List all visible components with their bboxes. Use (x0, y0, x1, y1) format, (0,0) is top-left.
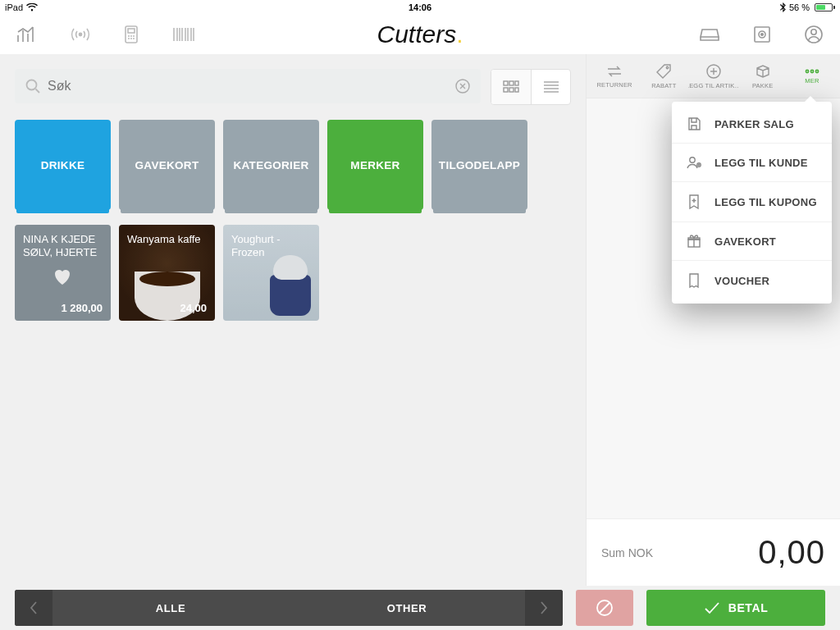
product-tile[interactable]: Youghurt - Frozen (223, 225, 319, 321)
gift-icon (685, 234, 703, 249)
category-gavekort[interactable]: GAVEKORT (119, 120, 215, 210)
user-icon[interactable] (804, 25, 824, 44)
seg-prev[interactable] (15, 590, 52, 626)
wifi-icon (26, 3, 38, 11)
return-button[interactable]: RETURNER (590, 64, 639, 89)
clear-icon[interactable] (454, 78, 471, 94)
ticket-icon (685, 272, 703, 289)
product-name: NINA K KJEDE SØLV, HJERTE (23, 233, 103, 260)
bluetooth-icon (780, 2, 786, 12)
product-name: Wanyama kaffe (127, 233, 207, 246)
seg-alle[interactable]: ALLE (52, 590, 289, 626)
product-price: 24,00 (180, 302, 207, 314)
cashdrawer-icon[interactable] (699, 26, 720, 43)
category-row: DRIKKE GAVEKORT KATEGORIER MERKER TILGOD… (15, 120, 571, 210)
sum-label: Sum NOK (601, 546, 653, 559)
sum-row: Sum NOK 0,00 (587, 518, 840, 586)
stats-icon[interactable] (16, 25, 38, 43)
menu-add-customer[interactable]: LEGG TIL KUNDE (672, 143, 832, 181)
bookmark-plus-icon (685, 194, 703, 210)
menu-giftcard[interactable]: GAVEKORT (672, 221, 832, 260)
sum-value: 0,00 (758, 534, 825, 571)
clock: 14:06 (409, 2, 431, 12)
menu-voucher[interactable]: VOUCHER (672, 260, 832, 300)
brand-logo: Cutters. (377, 21, 463, 48)
pay-button[interactable]: BETAL (646, 590, 825, 626)
cart-pane: RETURNER RABATT LEGG TIL ARTIK… PAKKE ME… (586, 54, 840, 586)
filter-segment: ALLE OTHER (15, 590, 563, 626)
app-toolbar: Cutters. (0, 15, 840, 54)
cancel-icon (595, 598, 614, 618)
svg-rect-2 (128, 29, 135, 33)
search-input[interactable] (48, 79, 454, 94)
category-drikke[interactable]: DRIKKE (15, 120, 111, 210)
grid-view-button[interactable] (491, 70, 531, 104)
svg-point-20 (815, 70, 818, 72)
svg-rect-11 (509, 81, 514, 85)
svg-point-19 (810, 70, 813, 72)
barcode-icon[interactable] (172, 26, 195, 43)
product-price: 1 280,00 (61, 302, 103, 314)
more-button[interactable]: MER (788, 68, 837, 84)
terminal-icon[interactable] (123, 24, 139, 45)
category-kategorier[interactable]: KATEGORIER (223, 120, 319, 210)
status-bar: iPad 14:06 56 % (0, 0, 840, 15)
svg-point-8 (27, 80, 37, 90)
product-name: Youghurt - Frozen (231, 233, 311, 260)
product-tile[interactable]: NINA K KJEDE SØLV, HJERTE 1 280,00 (15, 225, 111, 321)
package-button[interactable]: PAKKE (738, 63, 788, 89)
menu-add-coupon[interactable]: LEGG TIL KUPONG (672, 181, 832, 221)
battery-pct: 56 % (789, 2, 810, 12)
svg-rect-13 (504, 88, 508, 92)
safe-icon[interactable] (753, 25, 771, 43)
search-icon (25, 78, 41, 94)
svg-point-5 (761, 34, 764, 36)
svg-point-16 (667, 66, 669, 68)
seg-next[interactable] (525, 590, 563, 626)
bottom-bar: ALLE OTHER BETAL (0, 586, 840, 630)
battery-icon (813, 3, 835, 11)
more-menu: PARKER SALG LEGG TIL KUNDE LEGG TIL KUPO… (672, 102, 832, 304)
discount-button[interactable]: RABATT (639, 63, 688, 89)
seg-other[interactable]: OTHER (289, 590, 525, 626)
svg-point-21 (690, 158, 695, 162)
product-row: NINA K KJEDE SØLV, HJERTE 1 280,00 Wanya… (15, 225, 571, 321)
cart-toolbar: RETURNER RABATT LEGG TIL ARTIK… PAKKE ME… (587, 54, 840, 98)
list-view-button[interactable] (531, 70, 570, 104)
category-merker[interactable]: MERKER (327, 120, 423, 210)
add-article-button[interactable]: LEGG TIL ARTIK… (688, 63, 737, 89)
check-icon (704, 601, 720, 614)
save-icon (685, 116, 703, 131)
svg-rect-15 (515, 88, 518, 92)
add-user-icon (685, 155, 703, 170)
svg-rect-10 (504, 81, 508, 85)
svg-point-18 (806, 70, 808, 72)
search-box[interactable] (15, 69, 481, 103)
view-toggle (491, 69, 571, 105)
device-label: iPad (5, 2, 23, 12)
svg-point-0 (79, 33, 81, 35)
category-tilgodelapp[interactable]: TILGODELAPP (431, 120, 527, 210)
products-pane: DRIKKE GAVEKORT KATEGORIER MERKER TILGOD… (0, 54, 586, 586)
menu-park-sale[interactable]: PARKER SALG (672, 105, 832, 143)
heart-icon (52, 267, 72, 285)
svg-point-7 (811, 30, 816, 34)
cancel-button[interactable] (576, 590, 633, 626)
svg-rect-12 (515, 81, 518, 85)
svg-rect-14 (509, 88, 514, 92)
product-tile[interactable]: Wanyama kaffe 24,00 (119, 225, 215, 321)
broadcast-icon[interactable] (71, 25, 90, 43)
